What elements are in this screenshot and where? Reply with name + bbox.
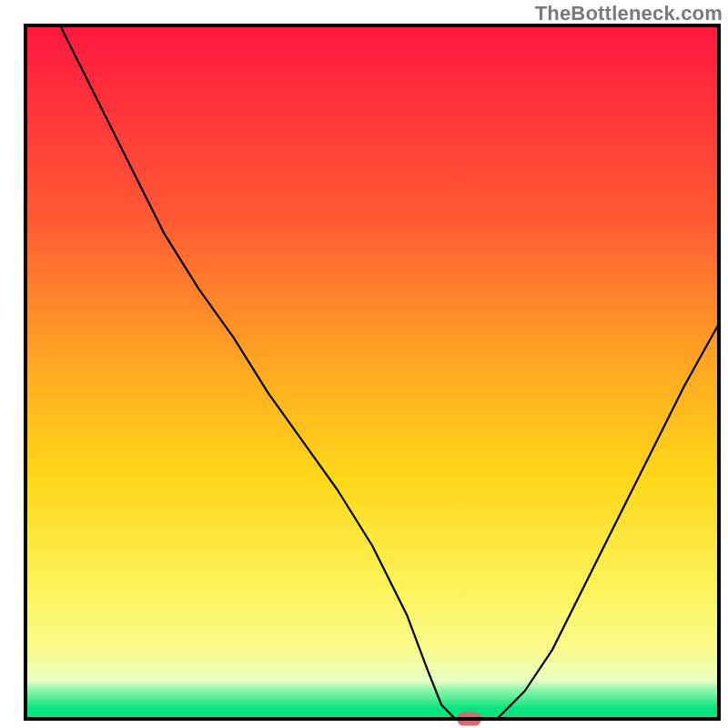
svg-rect-0 — [25, 25, 719, 719]
bottleneck-chart: TheBottleneck.com — [0, 0, 728, 728]
chart-svg — [0, 0, 728, 728]
watermark-text: TheBottleneck.com — [535, 2, 723, 25]
